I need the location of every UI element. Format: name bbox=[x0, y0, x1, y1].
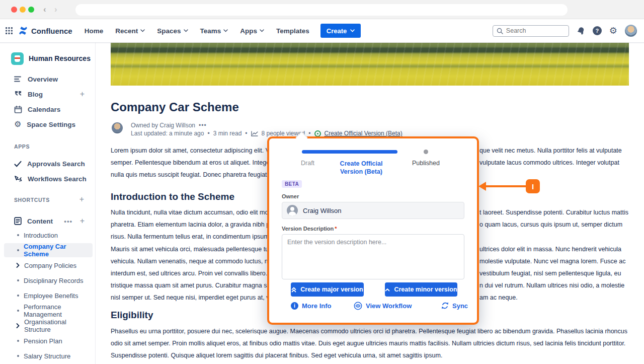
tree-item-disciplinary-records[interactable]: Disciplinary Records bbox=[4, 273, 93, 287]
chevron-down-icon bbox=[223, 29, 228, 32]
read-time-text: 3 min read bbox=[213, 129, 242, 137]
tree-item-salary-structure[interactable]: Salary Structure bbox=[4, 349, 93, 363]
gear-icon: ⚙ bbox=[14, 120, 21, 128]
tree-item-company-car-scheme[interactable]: Company Car Scheme bbox=[4, 243, 93, 257]
confluence-logo-text: Confluence bbox=[31, 27, 72, 35]
more-info-link[interactable]: i More Info bbox=[291, 301, 332, 311]
bullet-icon bbox=[17, 310, 19, 312]
app-navigation-bar: Confluence Home Recent Spaces Teams Apps… bbox=[0, 19, 644, 43]
checkmark-icon bbox=[14, 161, 22, 167]
create-button[interactable]: Create bbox=[320, 24, 361, 38]
person-avatar-icon bbox=[287, 205, 298, 216]
settings-gear-icon[interactable]: ⚙ bbox=[609, 26, 617, 35]
chevron-down-icon bbox=[184, 29, 188, 32]
nav-item-home[interactable]: Home bbox=[85, 27, 104, 35]
bullet-icon bbox=[17, 279, 19, 281]
window-zoom-button[interactable] bbox=[28, 7, 34, 13]
create-minor-version-button[interactable]: Create minor version bbox=[385, 282, 457, 297]
owner-field[interactable]: Craig Willson bbox=[282, 202, 464, 219]
tree-item-performance-management[interactable]: Performance Management bbox=[4, 304, 93, 318]
beta-badge: BETA bbox=[282, 180, 302, 188]
bullet-icon bbox=[17, 234, 19, 236]
tree-item-company-policies[interactable]: Company Policies bbox=[4, 258, 93, 272]
bullet-icon bbox=[17, 355, 19, 357]
sidebar-item-overview[interactable]: Overview bbox=[0, 72, 96, 86]
app-switcher-icon[interactable] bbox=[5, 27, 13, 35]
space-icon bbox=[11, 52, 24, 65]
owner-name: Craig Willson bbox=[303, 207, 342, 214]
space-name: Human Resources bbox=[29, 54, 91, 62]
version-description-label: Version Description* bbox=[282, 226, 337, 232]
nav-item-teams[interactable]: Teams bbox=[200, 27, 228, 35]
nav-item-recent[interactable]: Recent bbox=[115, 27, 145, 35]
chevron-right-icon bbox=[16, 263, 20, 268]
sidebar-item-blog[interactable]: Blog + bbox=[0, 87, 96, 101]
page-title: Company Car Scheme bbox=[111, 100, 239, 114]
nav-item-spaces[interactable]: Spaces bbox=[157, 27, 188, 35]
annotation-info-badge: I bbox=[526, 179, 540, 193]
sidebar-item-approvals-search[interactable]: Approvals Search bbox=[0, 157, 96, 171]
calendar-icon bbox=[14, 106, 22, 113]
add-shortcut-button[interactable]: + bbox=[79, 195, 84, 204]
window-close-button[interactable] bbox=[11, 7, 17, 13]
space-sidebar: Human Resources Overview Blog + Calendar… bbox=[0, 43, 96, 364]
owned-by-text: Owned by Craig Willson bbox=[131, 121, 195, 129]
eye-icon bbox=[354, 302, 362, 310]
view-workflow-link[interactable]: View Workflow bbox=[354, 301, 412, 311]
stepper-progress-bar bbox=[302, 150, 397, 154]
hero-image bbox=[111, 43, 629, 86]
stepper-published-dot bbox=[424, 150, 428, 154]
content-more-menu[interactable]: ••• bbox=[64, 217, 72, 225]
overview-icon bbox=[14, 76, 22, 83]
sidebar-item-calendars[interactable]: Calendars bbox=[0, 102, 96, 116]
user-avatar[interactable] bbox=[625, 25, 637, 37]
byline-more-menu[interactable]: ••• bbox=[199, 121, 207, 129]
search-icon bbox=[497, 28, 503, 34]
step-published-label: Published bbox=[412, 160, 440, 167]
sidebar-item-workflows-search[interactable]: Workflows Search bbox=[0, 172, 96, 186]
notifications-bell-icon[interactable] bbox=[577, 27, 585, 35]
create-major-version-button[interactable]: Create major version bbox=[291, 282, 364, 297]
required-asterisk: * bbox=[335, 226, 337, 232]
tree-item-organisational-structure[interactable]: Organisational Structure bbox=[4, 319, 93, 333]
browser-back-button[interactable]: ‹ bbox=[43, 5, 46, 15]
official-version-icon bbox=[314, 130, 321, 137]
workflow-icon bbox=[14, 175, 22, 183]
tree-item-pension-plan[interactable]: Pension Plan bbox=[4, 334, 93, 348]
shortcuts-section-label: SHORTCUTS bbox=[14, 197, 50, 203]
address-bar[interactable] bbox=[75, 4, 568, 16]
add-blog-button[interactable]: + bbox=[80, 90, 85, 99]
section-heading-eligibility: Eligibility bbox=[111, 310, 153, 321]
sync-link[interactable]: Sync bbox=[441, 301, 468, 311]
nav-item-apps[interactable]: Apps bbox=[240, 27, 264, 35]
confluence-logo-icon bbox=[18, 26, 28, 36]
chevron-down-icon bbox=[350, 29, 355, 32]
help-icon[interactable]: ? bbox=[593, 26, 602, 35]
window-minimize-button[interactable] bbox=[20, 7, 26, 13]
space-header[interactable]: Human Resources bbox=[0, 51, 96, 66]
chevron-up-icon bbox=[385, 288, 390, 292]
annotation-arrow-head bbox=[478, 182, 486, 191]
add-content-button[interactable]: + bbox=[80, 216, 85, 226]
search-input[interactable] bbox=[506, 27, 561, 34]
apps-section-label: APPS bbox=[14, 143, 30, 150]
last-updated-text: Last updated: a minute ago bbox=[131, 129, 204, 137]
version-description-input[interactable] bbox=[282, 234, 464, 279]
annotation-arrow-line bbox=[486, 185, 529, 187]
author-avatar[interactable] bbox=[112, 122, 123, 133]
bullet-icon bbox=[17, 295, 19, 297]
nav-item-templates[interactable]: Templates bbox=[276, 27, 309, 35]
global-search[interactable] bbox=[493, 25, 569, 37]
sidebar-item-space-settings[interactable]: ⚙ Space Settings bbox=[0, 117, 96, 131]
section-heading-introduction: Introduction to the Scheme bbox=[111, 191, 234, 202]
tree-item-employee-benefits[interactable]: Employee Benefits bbox=[4, 288, 93, 303]
analytics-icon bbox=[251, 131, 258, 136]
byline: Owned by Craig Willson ••• Last updated:… bbox=[111, 121, 403, 137]
tree-item-introduction[interactable]: Introduction bbox=[4, 228, 93, 242]
bullet-icon bbox=[17, 249, 19, 251]
chevron-right-icon bbox=[16, 323, 20, 328]
chevron-down-icon bbox=[260, 29, 264, 32]
browser-forward-button[interactable]: › bbox=[54, 5, 57, 15]
sidebar-item-content[interactable]: Content ••• + bbox=[0, 214, 96, 228]
bullet-icon bbox=[17, 340, 19, 342]
